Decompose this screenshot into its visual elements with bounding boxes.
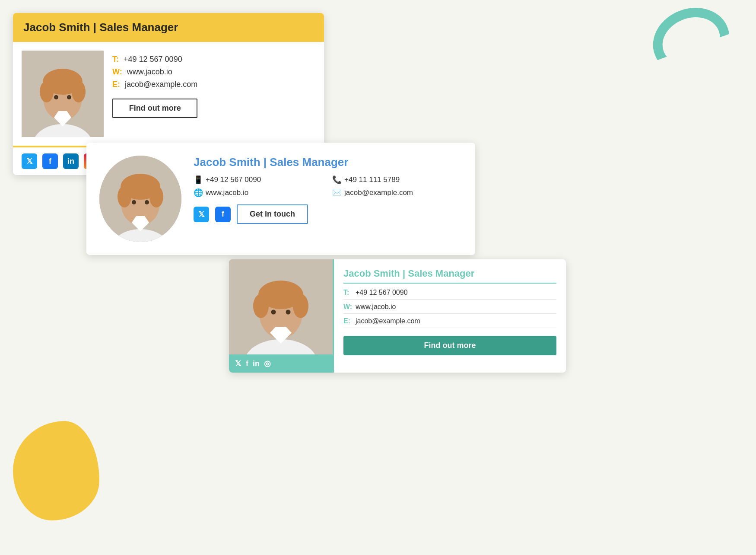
card2-web-field: 🌐 www.jacob.io xyxy=(194,188,324,198)
svg-point-16 xyxy=(149,186,163,207)
card1-web-value: www.jacob.io xyxy=(127,67,172,76)
teal-arc-decoration xyxy=(644,0,739,85)
card2-mobile-value: +49 12 567 0090 xyxy=(206,175,261,184)
card3-phone-label: T: xyxy=(343,289,352,297)
svg-point-15 xyxy=(118,186,131,207)
email-signature-card-3: 𝕏 f in ◎ Jacob Smith | Sales Manager T: … xyxy=(229,259,566,373)
card1-body: T: +49 12 567 0090 W: www.jacob.io E: ja… xyxy=(13,42,324,147)
card2-facebook-icon[interactable]: f xyxy=(215,207,231,222)
card1-phone-field: T: +49 12 567 0090 xyxy=(112,55,197,64)
card1-contact-info: T: +49 12 567 0090 W: www.jacob.io E: ja… xyxy=(112,51,197,137)
card2-web-value: www.jacob.io xyxy=(206,188,248,197)
card3-web-field: W: www.jacob.io xyxy=(343,303,556,314)
card3-name: Jacob Smith xyxy=(343,268,400,279)
card3-name-title: Jacob Smith | Sales Manager xyxy=(343,268,556,284)
card3-linkedin-icon[interactable]: in xyxy=(253,359,260,368)
yellow-blob-decoration xyxy=(13,421,99,520)
card3-portrait xyxy=(229,259,333,354)
card2-actions: 𝕏 f Get in touch xyxy=(194,204,462,224)
card3-social-bar: 𝕏 f in ◎ xyxy=(229,354,333,373)
svg-point-28 xyxy=(286,310,291,315)
card3-instagram-icon[interactable]: ◎ xyxy=(264,359,271,368)
svg-point-17 xyxy=(132,200,136,204)
card2-fields: 📱 +49 12 567 0090 📞 +49 11 111 5789 🌐 ww… xyxy=(194,175,462,198)
svg-point-18 xyxy=(145,200,149,204)
card2-portrait xyxy=(99,156,181,242)
svg-point-5 xyxy=(40,81,54,102)
card3-cta-button[interactable]: Find out more xyxy=(343,336,556,355)
card1-header: Jacob Smith | Sales Manager xyxy=(13,13,324,42)
card3-facebook-icon[interactable]: f xyxy=(246,359,248,368)
email-signature-card-2: Jacob Smith | Sales Manager 📱 +49 12 567… xyxy=(86,143,475,255)
svg-point-25 xyxy=(253,294,269,318)
card3-job-title: Sales Manager xyxy=(408,268,474,279)
card1-phone-label: T: xyxy=(112,55,119,64)
svg-point-7 xyxy=(54,95,58,99)
card1-phone-value: +49 12 567 0090 xyxy=(124,55,182,64)
card2-content: Jacob Smith | Sales Manager 📱 +49 12 567… xyxy=(194,156,462,224)
card2-inner: Jacob Smith | Sales Manager 📱 +49 12 567… xyxy=(99,156,462,242)
svg-point-6 xyxy=(72,81,86,102)
card3-separator: | xyxy=(403,268,408,279)
card3-phone-value: +49 12 567 0090 xyxy=(356,289,408,297)
card1-separator: | xyxy=(93,21,100,34)
card1-email-value: jacob@example.com xyxy=(125,80,197,89)
card1-linkedin-icon[interactable]: in xyxy=(63,153,79,169)
card2-job-title: Sales Manager xyxy=(270,156,348,169)
card2-phone-value: +49 11 111 5789 xyxy=(344,175,400,184)
card1-twitter-icon[interactable]: 𝕏 xyxy=(22,153,37,169)
card2-photo xyxy=(99,156,181,242)
card2-email-field: ✉️ jacob@example.com xyxy=(332,188,462,198)
card2-email-value: jacob@example.com xyxy=(344,188,413,197)
card2-name: Jacob Smith xyxy=(194,156,260,169)
card3-right: Jacob Smith | Sales Manager T: +49 12 56… xyxy=(333,259,566,373)
card2-mobile-icon: 📱 xyxy=(194,175,203,185)
card2-phone-field: 📞 +49 11 111 5789 xyxy=(332,175,462,185)
card1-email-label: E: xyxy=(112,80,120,89)
card3-email-field: E: jacob@example.com xyxy=(343,317,556,328)
card2-web-icon: 🌐 xyxy=(194,188,203,198)
svg-point-8 xyxy=(67,95,71,99)
card2-email-icon: ✉️ xyxy=(332,188,342,198)
card3-email-value: jacob@example.com xyxy=(356,317,420,325)
card1-name: Jacob Smith xyxy=(23,21,90,34)
card3-left: 𝕏 f in ◎ xyxy=(229,259,333,373)
card3-email-label: E: xyxy=(343,317,352,325)
card1-web-field: W: www.jacob.io xyxy=(112,67,197,77)
card2-twitter-icon[interactable]: 𝕏 xyxy=(194,207,209,222)
card1-job-title: Sales Manager xyxy=(99,21,178,34)
card3-twitter-icon[interactable]: 𝕏 xyxy=(235,359,241,368)
card3-web-label: W: xyxy=(343,303,352,311)
card1-facebook-icon[interactable]: f xyxy=(42,153,58,169)
card1-portrait xyxy=(22,51,104,137)
card1-photo xyxy=(22,51,104,137)
card3-web-value: www.jacob.io xyxy=(356,303,396,311)
card1-web-label: W: xyxy=(112,67,122,76)
card1-cta-button[interactable]: Find out more xyxy=(112,99,197,118)
card2-mobile-field: 📱 +49 12 567 0090 xyxy=(194,175,324,185)
card1-title: Jacob Smith | Sales Manager xyxy=(23,21,178,34)
svg-point-26 xyxy=(293,294,308,318)
card3-phone-field: T: +49 12 567 0090 xyxy=(343,289,556,300)
card2-separator: | xyxy=(264,156,270,169)
card2-phone-icon: 📞 xyxy=(332,175,342,185)
card2-cta-button[interactable]: Get in touch xyxy=(237,204,308,224)
card3-photo xyxy=(229,259,333,354)
svg-point-27 xyxy=(271,310,276,315)
card3-inner: 𝕏 f in ◎ Jacob Smith | Sales Manager T: … xyxy=(229,259,566,373)
card2-name-title: Jacob Smith | Sales Manager xyxy=(194,156,462,169)
card1-email-field: E: jacob@example.com xyxy=(112,80,197,89)
